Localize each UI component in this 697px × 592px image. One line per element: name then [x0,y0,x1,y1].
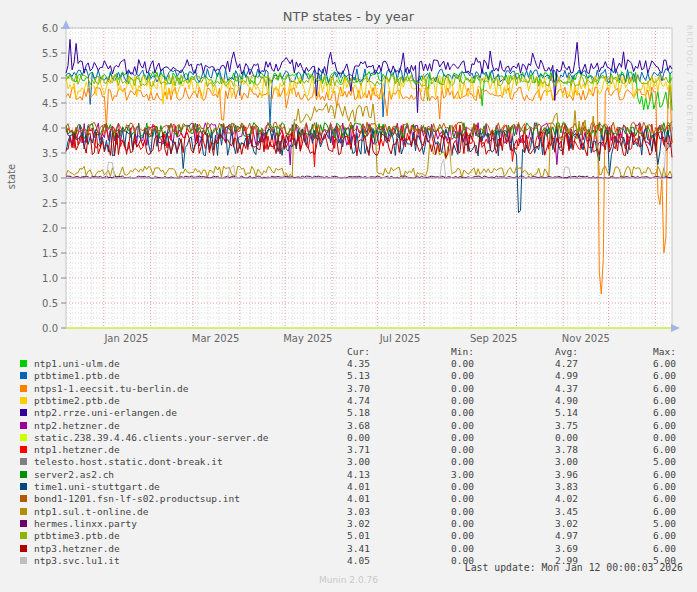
series-label: bond1-1201.fsn-lf-s02.productsup.int [34,493,240,504]
legend-row: telesto.host.static.dont-break.it3.000.0… [0,456,697,468]
series-swatch [20,520,27,527]
series-label: ptbtime1.ptb.de [34,370,120,381]
value-max: 6.00 [606,358,676,369]
series-label: ptbtime3.ptb.de [34,530,120,541]
munin-version: Munin 2.0.76 [0,575,697,585]
value-avg: 0.00 [508,432,578,443]
svg-text:5.5: 5.5 [42,48,58,59]
value-cur: 3.41 [300,543,370,554]
value-min: 0.00 [404,444,474,455]
value-min: 0.00 [404,518,474,529]
value-max: 6.00 [606,420,676,431]
value-avg: 3.83 [508,481,578,492]
value-min: 0.00 [404,506,474,517]
series-label: ntp1.uni-ulm.de [34,358,120,369]
value-cur: 4.13 [300,469,370,480]
value-avg: 3.96 [508,469,578,480]
series-swatch [20,508,27,515]
series-label: ntps1-1.eecsit.tu-berlin.de [34,383,188,394]
series-swatch [20,434,27,441]
series-swatch [20,372,27,379]
value-min: 0.00 [404,407,474,418]
value-avg: 4.37 [508,383,578,394]
munin-graph-page: NTP states - by year state RRDTOOL / TOB… [0,0,697,592]
value-cur: 4.35 [300,358,370,369]
legend-row: ntp2.rrze.uni-erlangen.de5.180.005.146.0… [0,407,697,419]
value-max: 6.00 [606,469,676,480]
series-label: time1.uni-stuttgart.de [34,481,160,492]
value-max: 5.00 [606,518,676,529]
value-min: 0.00 [404,383,474,394]
value-max: 6.00 [606,493,676,504]
col-header-max: Max: [606,346,676,357]
value-max: 6.00 [606,383,676,394]
svg-text:Jan 2025: Jan 2025 [103,333,148,344]
series-label: ntp1.sul.t-online.de [34,506,148,517]
value-max: 6.00 [606,530,676,541]
legend-row: hermes.linxx.party3.020.003.025.00 [0,518,697,530]
value-min: 0.00 [404,395,474,406]
legend-row: static.238.39.4.46.clients.your-server.d… [0,432,697,444]
value-avg: 3.75 [508,420,578,431]
value-cur: 4.05 [300,555,370,566]
legend-row: ntps1-1.eecsit.tu-berlin.de3.700.004.376… [0,383,697,395]
series-label: ptbtime2.ptb.de [34,395,120,406]
value-min: 0.00 [404,481,474,492]
value-min: 0.00 [404,530,474,541]
series-label: ntp3.svc.lu1.it [34,555,120,566]
series-swatch [20,458,27,465]
value-min: 0.00 [404,493,474,504]
legend-row: server2.as2.ch4.133.003.966.00 [0,469,697,481]
value-max: 6.00 [606,444,676,455]
legend-row: time1.uni-stuttgart.de4.010.003.836.00 [0,481,697,493]
series-swatch [20,360,27,367]
legend-row: ntp1.uni-ulm.de4.350.004.276.00 [0,358,697,370]
legend-row: ptbtime3.ptb.de5.010.004.976.00 [0,530,697,542]
value-min: 0.00 [404,432,474,443]
legend-row: ptbtime2.ptb.de4.740.004.906.00 [0,395,697,407]
svg-text:5.0: 5.0 [42,73,58,84]
value-max: 0.00 [606,432,676,443]
value-max: 6.00 [606,481,676,492]
value-cur: 3.71 [300,444,370,455]
value-cur: 5.13 [300,370,370,381]
value-avg: 4.99 [508,370,578,381]
legend-row: ptbtime1.ptb.de5.130.004.996.00 [0,370,697,382]
series-swatch [20,471,27,478]
col-header-min: Min: [404,346,474,357]
value-cur: 3.02 [300,518,370,529]
series-swatch [20,385,27,392]
svg-text:2.0: 2.0 [42,223,58,234]
value-cur: 3.68 [300,420,370,431]
value-avg: 3.02 [508,518,578,529]
series-swatch [20,557,27,564]
legend-row: ntp3.hetzner.de3.410.003.696.00 [0,543,697,555]
last-update: Last update: Mon Jan 12 00:00:03 2026 [465,562,683,573]
series-label: static.238.39.4.46.clients.your-server.d… [34,432,269,443]
value-min: 0.00 [404,543,474,554]
series-swatch [20,409,27,416]
value-cur: 3.00 [300,456,370,467]
value-min: 0.00 [404,456,474,467]
chart-plot: 0.00.51.01.52.02.53.03.54.04.55.05.56.0J… [0,0,697,345]
value-avg: 4.02 [508,493,578,504]
value-max: 6.00 [606,395,676,406]
value-max: 6.00 [606,370,676,381]
value-min: 0.00 [404,555,474,566]
value-cur: 5.01 [300,530,370,541]
legend-row: bond1-1201.fsn-lf-s02.productsup.int4.01… [0,493,697,505]
legend-row: ntp1.hetzner.de3.710.003.786.00 [0,444,697,456]
svg-text:Sep 2025: Sep 2025 [470,333,517,344]
value-max: 5.00 [606,456,676,467]
svg-text:0.0: 0.0 [42,323,58,334]
col-header-avg: Avg: [508,346,578,357]
value-cur: 3.70 [300,383,370,394]
value-cur: 5.18 [300,407,370,418]
svg-text:0.5: 0.5 [42,298,58,309]
value-cur: 4.01 [300,493,370,504]
value-avg: 3.45 [508,506,578,517]
legend-row: ntp2.hetzner.de3.680.003.756.00 [0,420,697,432]
value-cur: 4.01 [300,481,370,492]
col-header-cur: Cur: [300,346,370,357]
value-cur: 4.74 [300,395,370,406]
